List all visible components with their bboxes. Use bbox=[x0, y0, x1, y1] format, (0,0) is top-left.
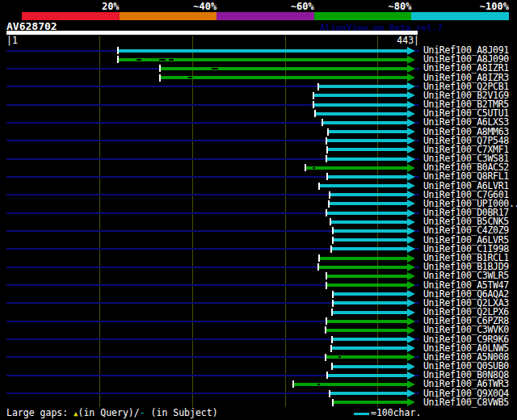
alignment-arrowhead-icon bbox=[407, 164, 415, 172]
alignment-start-tick bbox=[330, 218, 331, 225]
alignment-bar[interactable] bbox=[333, 301, 407, 304]
alignment-arrowhead-icon bbox=[407, 344, 415, 352]
alignment-bar[interactable] bbox=[331, 247, 407, 250]
alignment-arrowhead-icon bbox=[407, 82, 415, 90]
alignment-start-tick bbox=[292, 380, 294, 388]
alignment-start-tick bbox=[326, 146, 328, 153]
alignment-bar[interactable] bbox=[330, 392, 407, 395]
alignment-bar[interactable] bbox=[327, 175, 407, 178]
subject-gap-mark bbox=[188, 77, 192, 78]
alignment-bar[interactable] bbox=[332, 338, 407, 341]
alignment-arrowhead-icon bbox=[407, 372, 415, 380]
query-sequence-bar bbox=[6, 31, 418, 35]
identity-scale-tick-label: ~60% bbox=[216, 2, 314, 12]
alignment-bar[interactable] bbox=[318, 266, 407, 269]
subject-gap-mark bbox=[317, 384, 320, 385]
alignment-arrowhead-icon bbox=[407, 380, 415, 388]
identity-scale-tick-label: ~100% bbox=[411, 2, 509, 12]
alignment-bar[interactable] bbox=[332, 365, 407, 368]
alignment-bar[interactable] bbox=[319, 257, 407, 260]
alignment-bar[interactable] bbox=[327, 148, 407, 151]
alignment-bar[interactable] bbox=[333, 292, 407, 296]
alignment-bar[interactable] bbox=[326, 275, 407, 278]
alignment-start-tick bbox=[330, 246, 332, 253]
alignment-start-tick bbox=[313, 101, 314, 108]
identity-scale-segment bbox=[120, 12, 217, 20]
alignment-start-tick bbox=[325, 354, 326, 361]
alignment-bar[interactable] bbox=[330, 193, 407, 196]
alignment-bar[interactable] bbox=[160, 76, 407, 79]
alignment-bar[interactable] bbox=[333, 229, 407, 233]
alignment-arrowhead-icon bbox=[407, 263, 415, 271]
alignment-bar[interactable] bbox=[326, 212, 407, 215]
alignment-start-tick bbox=[117, 47, 119, 54]
alignment-bar[interactable] bbox=[330, 220, 407, 224]
alignview-screen: 20%~40%~60%~80%~100% AV628702 AlignView.… bbox=[0, 0, 517, 420]
alignment-arrowhead-icon bbox=[407, 101, 415, 109]
alignment-bar[interactable] bbox=[331, 346, 407, 350]
alignment-start-tick bbox=[326, 155, 327, 162]
alignment-bar[interactable] bbox=[332, 311, 407, 314]
alignment-arrowhead-icon bbox=[407, 254, 415, 262]
alignment-arrowhead-icon bbox=[407, 119, 415, 127]
alignment-start-tick bbox=[331, 309, 333, 316]
alignment-arrowhead-icon bbox=[407, 65, 415, 73]
alignment-start-tick bbox=[317, 83, 319, 90]
identity-scale-tick-label: 20% bbox=[22, 2, 120, 12]
alignment-row: UniRef100_C8VWB5 bbox=[0, 398, 517, 407]
alignment-start-tick bbox=[329, 191, 330, 199]
alignment-bar[interactable] bbox=[328, 130, 407, 133]
alignment-arrowhead-icon bbox=[407, 218, 415, 226]
alignment-arrowhead-icon bbox=[407, 398, 415, 406]
large-gaps-prefix: Large gaps: bbox=[6, 407, 74, 418]
ruler-start-label: |1 bbox=[6, 36, 18, 45]
alignment-bar[interactable] bbox=[326, 139, 407, 142]
alignment-arrowhead-icon bbox=[407, 272, 415, 280]
alignment-arrowhead-icon bbox=[407, 363, 415, 371]
alignment-bar[interactable] bbox=[118, 49, 407, 52]
identity-scale-segment bbox=[216, 12, 314, 20]
alignment-bar[interactable] bbox=[322, 121, 407, 124]
alignment-bar[interactable] bbox=[333, 401, 407, 404]
alignment-start-tick bbox=[328, 200, 330, 208]
subject-gap-mark bbox=[212, 68, 218, 69]
alignment-bar[interactable] bbox=[326, 158, 407, 161]
alignment-bar[interactable] bbox=[326, 284, 407, 287]
alignment-bar[interactable] bbox=[160, 67, 407, 70]
alignment-arrowhead-icon bbox=[407, 47, 415, 55]
alignment-bar[interactable] bbox=[313, 94, 407, 97]
alignment-arrowhead-icon bbox=[407, 245, 415, 253]
alignment-bar[interactable] bbox=[319, 184, 407, 187]
alignment-arrowhead-icon bbox=[407, 173, 415, 181]
ruler-end-label: 443| bbox=[355, 36, 419, 45]
alignment-bar[interactable] bbox=[305, 166, 407, 170]
alignment-arrowhead-icon bbox=[407, 155, 415, 163]
subject-gap-dash-icon: - bbox=[140, 407, 145, 418]
large-gaps-legend: Large gaps: ▲(in Query)/- (in Subject) bbox=[6, 408, 218, 419]
subject-gap-mark bbox=[313, 167, 315, 169]
alignment-start-tick bbox=[326, 209, 327, 216]
alignment-bar[interactable] bbox=[326, 320, 407, 323]
subject-gap-mark bbox=[137, 59, 141, 61]
alignment-bar[interactable] bbox=[329, 202, 407, 205]
alignment-start-tick bbox=[327, 128, 329, 136]
hit-label[interactable]: UniRef100_C8VWB5 bbox=[423, 398, 509, 407]
alignment-bar[interactable] bbox=[326, 329, 407, 332]
alignment-start-tick bbox=[326, 317, 327, 325]
alignment-start-tick bbox=[332, 291, 334, 298]
alignment-bar[interactable] bbox=[315, 112, 407, 116]
alignment-start-tick bbox=[326, 137, 327, 145]
identity-scale-labels: 20%~40%~60%~80%~100% bbox=[22, 2, 509, 12]
alignment-bar[interactable] bbox=[318, 85, 407, 88]
identity-scale-segment bbox=[411, 12, 509, 20]
alignment-start-tick bbox=[332, 237, 334, 244]
alignment-bar[interactable] bbox=[327, 374, 407, 377]
identity-scale-tick-label: ~40% bbox=[120, 2, 217, 12]
alignment-start-tick bbox=[331, 336, 333, 343]
alignment-bar[interactable] bbox=[333, 238, 407, 242]
alignment-start-tick bbox=[330, 345, 332, 352]
alignment-start-tick bbox=[325, 326, 326, 334]
alignment-bar[interactable] bbox=[313, 103, 407, 107]
alignment-bar[interactable] bbox=[293, 383, 407, 386]
large-gaps-subject-text: (in Subject) bbox=[145, 407, 218, 418]
